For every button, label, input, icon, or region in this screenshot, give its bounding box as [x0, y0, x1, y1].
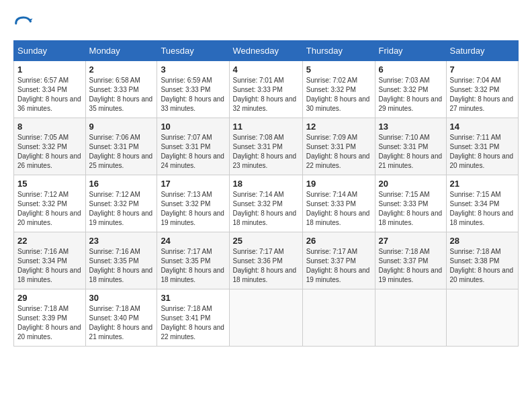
- column-header-saturday: Saturday: [446, 41, 519, 61]
- day-number: 14: [450, 122, 515, 132]
- calendar-week-row: 8Sunrise: 7:05 AMSunset: 3:32 PMDaylight…: [14, 118, 519, 175]
- day-number: 1: [17, 64, 82, 75]
- day-info: Sunrise: 7:18 AMSunset: 3:41 PMDaylight:…: [161, 304, 225, 342]
- day-info: Sunrise: 7:15 AMSunset: 3:33 PMDaylight:…: [379, 190, 443, 228]
- calendar-cell: 13Sunrise: 7:10 AMSunset: 3:31 PMDayligh…: [375, 118, 446, 175]
- day-number: 11: [233, 122, 299, 132]
- day-info: Sunrise: 7:09 AMSunset: 3:31 PMDaylight:…: [306, 133, 371, 171]
- day-number: 12: [306, 122, 371, 132]
- column-header-monday: Monday: [85, 41, 157, 61]
- calendar-cell: 11Sunrise: 7:08 AMSunset: 3:31 PMDayligh…: [229, 118, 302, 175]
- day-info: Sunrise: 7:12 AMSunset: 3:32 PMDaylight:…: [89, 190, 154, 228]
- calendar-cell: 6Sunrise: 7:03 AMSunset: 3:32 PMDaylight…: [375, 61, 446, 118]
- calendar-cell: 14Sunrise: 7:11 AMSunset: 3:31 PMDayligh…: [446, 118, 519, 175]
- calendar-cell: 29Sunrise: 7:18 AMSunset: 3:39 PMDayligh…: [14, 289, 86, 347]
- calendar-cell: 28Sunrise: 7:18 AMSunset: 3:38 PMDayligh…: [446, 232, 519, 289]
- day-number: 18: [233, 179, 299, 189]
- calendar-cell: 5Sunrise: 7:02 AMSunset: 3:32 PMDaylight…: [302, 61, 375, 118]
- day-number: 27: [379, 236, 443, 246]
- calendar-cell: 23Sunrise: 7:16 AMSunset: 3:35 PMDayligh…: [85, 232, 157, 289]
- day-number: 29: [17, 293, 82, 303]
- calendar-header-row: SundayMondayTuesdayWednesdayThursdayFrid…: [14, 41, 519, 61]
- calendar-cell: [446, 289, 519, 347]
- day-number: 16: [89, 179, 154, 189]
- calendar-cell: 15Sunrise: 7:12 AMSunset: 3:32 PMDayligh…: [14, 175, 86, 232]
- day-number: 2: [89, 64, 154, 75]
- day-info: Sunrise: 7:14 AMSunset: 3:33 PMDaylight:…: [306, 190, 371, 228]
- calendar-cell: 16Sunrise: 7:12 AMSunset: 3:32 PMDayligh…: [85, 175, 157, 232]
- calendar-cell: 8Sunrise: 7:05 AMSunset: 3:32 PMDaylight…: [14, 118, 86, 175]
- day-number: 24: [161, 236, 225, 246]
- calendar-cell: 22Sunrise: 7:16 AMSunset: 3:34 PMDayligh…: [14, 232, 86, 289]
- calendar-cell: 21Sunrise: 7:15 AMSunset: 3:34 PMDayligh…: [446, 175, 519, 232]
- calendar-cell: 3Sunrise: 6:59 AMSunset: 3:33 PMDaylight…: [157, 61, 229, 118]
- day-info: Sunrise: 7:18 AMSunset: 3:37 PMDaylight:…: [379, 247, 443, 285]
- day-info: Sunrise: 6:58 AMSunset: 3:33 PMDaylight:…: [89, 76, 154, 113]
- day-info: Sunrise: 7:05 AMSunset: 3:32 PMDaylight:…: [17, 133, 82, 171]
- calendar-cell: 25Sunrise: 7:17 AMSunset: 3:36 PMDayligh…: [229, 232, 302, 289]
- day-number: 8: [17, 122, 82, 132]
- day-number: 5: [306, 64, 371, 75]
- day-info: Sunrise: 7:18 AMSunset: 3:40 PMDaylight:…: [89, 304, 154, 342]
- day-info: Sunrise: 7:13 AMSunset: 3:32 PMDaylight:…: [161, 190, 225, 228]
- calendar-week-row: 22Sunrise: 7:16 AMSunset: 3:34 PMDayligh…: [14, 232, 519, 289]
- day-info: Sunrise: 7:10 AMSunset: 3:31 PMDaylight:…: [379, 133, 443, 171]
- day-info: Sunrise: 7:04 AMSunset: 3:32 PMDaylight:…: [450, 76, 515, 113]
- day-number: 19: [306, 179, 371, 189]
- calendar-cell: [229, 289, 302, 347]
- day-info: Sunrise: 7:17 AMSunset: 3:37 PMDaylight:…: [306, 247, 371, 285]
- day-number: 10: [161, 122, 225, 132]
- calendar-cell: [302, 289, 375, 347]
- column-header-friday: Friday: [375, 41, 446, 61]
- day-info: Sunrise: 7:16 AMSunset: 3:35 PMDaylight:…: [89, 247, 154, 285]
- calendar-cell: 19Sunrise: 7:14 AMSunset: 3:33 PMDayligh…: [302, 175, 375, 232]
- day-number: 20: [379, 179, 443, 189]
- day-info: Sunrise: 7:01 AMSunset: 3:33 PMDaylight:…: [233, 76, 299, 113]
- calendar-cell: 30Sunrise: 7:18 AMSunset: 3:40 PMDayligh…: [85, 289, 157, 347]
- day-number: 22: [17, 236, 82, 246]
- day-info: Sunrise: 7:18 AMSunset: 3:38 PMDaylight:…: [450, 247, 515, 285]
- day-info: Sunrise: 7:02 AMSunset: 3:32 PMDaylight:…: [306, 76, 371, 113]
- column-header-tuesday: Tuesday: [157, 41, 229, 61]
- day-info: Sunrise: 7:17 AMSunset: 3:36 PMDaylight:…: [233, 247, 299, 285]
- calendar-cell: 1Sunrise: 6:57 AMSunset: 3:34 PMDaylight…: [14, 61, 86, 118]
- day-number: 25: [233, 236, 299, 246]
- column-header-wednesday: Wednesday: [229, 41, 302, 61]
- calendar-cell: 27Sunrise: 7:18 AMSunset: 3:37 PMDayligh…: [375, 232, 446, 289]
- day-number: 17: [161, 179, 225, 189]
- day-info: Sunrise: 7:06 AMSunset: 3:31 PMDaylight:…: [89, 133, 154, 171]
- calendar-cell: 26Sunrise: 7:17 AMSunset: 3:37 PMDayligh…: [302, 232, 375, 289]
- day-info: Sunrise: 7:17 AMSunset: 3:35 PMDaylight:…: [161, 247, 225, 285]
- calendar-table: SundayMondayTuesdayWednesdayThursdayFrid…: [13, 40, 519, 347]
- calendar-week-row: 15Sunrise: 7:12 AMSunset: 3:32 PMDayligh…: [14, 175, 519, 232]
- day-number: 23: [89, 236, 154, 246]
- calendar-cell: 20Sunrise: 7:15 AMSunset: 3:33 PMDayligh…: [375, 175, 446, 232]
- day-info: Sunrise: 7:11 AMSunset: 3:31 PMDaylight:…: [450, 133, 515, 171]
- logo-icon: [13, 13, 34, 34]
- calendar-cell: 31Sunrise: 7:18 AMSunset: 3:41 PMDayligh…: [157, 289, 229, 347]
- day-number: 3: [161, 64, 225, 75]
- day-number: 31: [161, 293, 225, 303]
- day-info: Sunrise: 7:15 AMSunset: 3:34 PMDaylight:…: [450, 190, 515, 228]
- page-header: [13, 13, 519, 34]
- column-header-thursday: Thursday: [302, 41, 375, 61]
- day-info: Sunrise: 7:08 AMSunset: 3:31 PMDaylight:…: [233, 133, 299, 171]
- day-info: Sunrise: 6:57 AMSunset: 3:34 PMDaylight:…: [17, 76, 82, 113]
- day-number: 6: [379, 64, 443, 75]
- day-info: Sunrise: 7:14 AMSunset: 3:32 PMDaylight:…: [233, 190, 299, 228]
- day-number: 15: [17, 179, 82, 189]
- day-info: Sunrise: 7:12 AMSunset: 3:32 PMDaylight:…: [17, 190, 82, 228]
- calendar-cell: 9Sunrise: 7:06 AMSunset: 3:31 PMDaylight…: [85, 118, 157, 175]
- calendar-cell: 18Sunrise: 7:14 AMSunset: 3:32 PMDayligh…: [229, 175, 302, 232]
- day-number: 9: [89, 122, 154, 132]
- day-number: 21: [450, 179, 515, 189]
- calendar-week-row: 29Sunrise: 7:18 AMSunset: 3:39 PMDayligh…: [14, 289, 519, 347]
- calendar-cell: 10Sunrise: 7:07 AMSunset: 3:31 PMDayligh…: [157, 118, 229, 175]
- calendar-cell: 4Sunrise: 7:01 AMSunset: 3:33 PMDaylight…: [229, 61, 302, 118]
- day-info: Sunrise: 7:18 AMSunset: 3:39 PMDaylight:…: [17, 304, 82, 342]
- calendar-cell: 17Sunrise: 7:13 AMSunset: 3:32 PMDayligh…: [157, 175, 229, 232]
- day-number: 28: [450, 236, 515, 246]
- day-number: 4: [233, 64, 299, 75]
- calendar-week-row: 1Sunrise: 6:57 AMSunset: 3:34 PMDaylight…: [14, 61, 519, 118]
- day-info: Sunrise: 7:07 AMSunset: 3:31 PMDaylight:…: [161, 133, 225, 171]
